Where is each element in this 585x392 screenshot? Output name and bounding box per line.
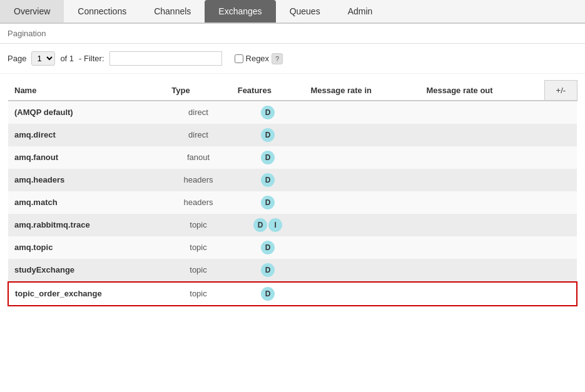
exchange-name: amq.headers — [8, 169, 165, 191]
exchange-name: amq.topic — [8, 236, 165, 259]
message-rate-in — [304, 191, 420, 214]
feature-badge-d: D — [261, 151, 275, 164]
row-action — [545, 101, 577, 124]
exchange-type: headers — [165, 169, 231, 191]
top-nav: OverviewConnectionsChannelsExchangesQueu… — [0, 0, 585, 24]
exchange-type: headers — [165, 191, 231, 214]
row-action — [545, 259, 577, 282]
message-rate-out — [420, 124, 544, 146]
section-title: Pagination — [0, 24, 585, 44]
pagination-bar: Page 1 of 1 - Filter: Regex ? — [0, 44, 585, 74]
row-action — [545, 236, 577, 259]
col-header-+/-: +/- — [545, 81, 577, 101]
message-rate-in — [304, 214, 420, 236]
row-action — [545, 191, 577, 214]
table-row[interactable]: amq.topictopicD — [8, 236, 577, 259]
row-action — [545, 282, 577, 306]
exchange-features: D — [231, 101, 305, 124]
exchange-type: topic — [165, 214, 231, 236]
message-rate-out — [420, 101, 544, 124]
exchange-features: D — [231, 191, 305, 214]
message-rate-in — [304, 124, 420, 146]
table-row[interactable]: amq.rabbitmq.tracetopicDI — [8, 214, 577, 236]
message-rate-out — [420, 259, 544, 282]
help-button[interactable]: ? — [272, 53, 283, 64]
feature-badge-d: D — [261, 263, 275, 277]
row-action — [545, 146, 577, 169]
feature-badge-d: D — [261, 196, 275, 209]
table-row[interactable]: studyExchangetopicD — [8, 259, 577, 282]
feature-badge-d: D — [261, 128, 275, 142]
row-action — [545, 124, 577, 146]
message-rate-in — [304, 146, 420, 169]
exchange-type: topic — [165, 282, 231, 306]
message-rate-out — [420, 214, 544, 236]
row-action — [545, 214, 577, 236]
feature-badge-d: D — [261, 241, 275, 254]
exchange-type: topic — [165, 236, 231, 259]
message-rate-in — [304, 169, 420, 191]
exchange-name: amq.match — [8, 191, 165, 214]
message-rate-in — [304, 282, 420, 306]
exchange-name: (AMQP default) — [8, 101, 165, 124]
exchange-features: DI — [231, 214, 305, 236]
exchange-type: direct — [165, 101, 231, 124]
message-rate-out — [420, 146, 544, 169]
of-text: of 1 — [60, 54, 74, 63]
message-rate-out — [420, 282, 544, 306]
feature-badge-i: I — [268, 218, 282, 232]
filter-input[interactable] — [109, 51, 222, 66]
nav-item-channels[interactable]: Channels — [140, 0, 205, 23]
exchange-features: D — [231, 259, 305, 282]
feature-badge-d: D — [253, 218, 267, 232]
col-header-name: Name — [8, 81, 165, 101]
exchange-name: topic_order_exchange — [8, 282, 165, 306]
nav-item-queues[interactable]: Queues — [276, 0, 334, 23]
table-row[interactable]: amq.directdirectD — [8, 124, 577, 146]
exchange-type: direct — [165, 124, 231, 146]
exchange-name: amq.direct — [8, 124, 165, 146]
exchange-name: amq.rabbitmq.trace — [8, 214, 165, 236]
message-rate-out — [420, 169, 544, 191]
exchange-features: D — [231, 146, 305, 169]
exchange-features: D — [231, 169, 305, 191]
table-row[interactable]: topic_order_exchangetopicD — [8, 282, 577, 306]
message-rate-in — [304, 259, 420, 282]
table-row[interactable]: amq.fanoutfanoutD — [8, 146, 577, 169]
row-action — [545, 169, 577, 191]
feature-badge-d: D — [261, 173, 275, 187]
page-label: Page — [8, 54, 26, 63]
nav-item-exchanges[interactable]: Exchanges — [205, 0, 275, 23]
exchange-features: D — [231, 282, 305, 306]
message-rate-in — [304, 236, 420, 259]
exchange-type: topic — [165, 259, 231, 282]
col-header-features: Features — [231, 81, 305, 101]
table-container: NameTypeFeaturesMessage rate inMessage r… — [0, 80, 585, 306]
message-rate-out — [420, 236, 544, 259]
col-header-message-rate-out: Message rate out — [420, 81, 544, 101]
header-row: NameTypeFeaturesMessage rate inMessage r… — [8, 81, 577, 101]
col-header-type: Type — [165, 81, 231, 101]
message-rate-out — [420, 191, 544, 214]
regex-container: Regex ? — [235, 53, 283, 64]
exchanges-table: NameTypeFeaturesMessage rate inMessage r… — [8, 80, 577, 306]
col-header-message-rate-in: Message rate in — [304, 81, 420, 101]
nav-item-admin[interactable]: Admin — [334, 0, 387, 23]
page-select[interactable]: 1 — [31, 51, 55, 66]
regex-checkbox[interactable] — [235, 54, 243, 63]
exchange-type: fanout — [165, 146, 231, 169]
exchange-features: D — [231, 124, 305, 146]
table-row[interactable]: amq.headersheadersD — [8, 169, 577, 191]
feature-badge-d: D — [261, 106, 275, 119]
table-row[interactable]: (AMQP default)directD — [8, 101, 577, 124]
exchange-features: D — [231, 236, 305, 259]
table-row[interactable]: amq.matchheadersD — [8, 191, 577, 214]
nav-item-overview[interactable]: Overview — [0, 0, 64, 23]
nav-item-connections[interactable]: Connections — [64, 0, 140, 23]
feature-badge-d: D — [261, 287, 275, 301]
table-body: (AMQP default)directDamq.directdirectDam… — [8, 101, 577, 306]
exchange-name: studyExchange — [8, 259, 165, 282]
message-rate-in — [304, 101, 420, 124]
table-header: NameTypeFeaturesMessage rate inMessage r… — [8, 81, 577, 101]
regex-label: Regex — [246, 54, 270, 63]
